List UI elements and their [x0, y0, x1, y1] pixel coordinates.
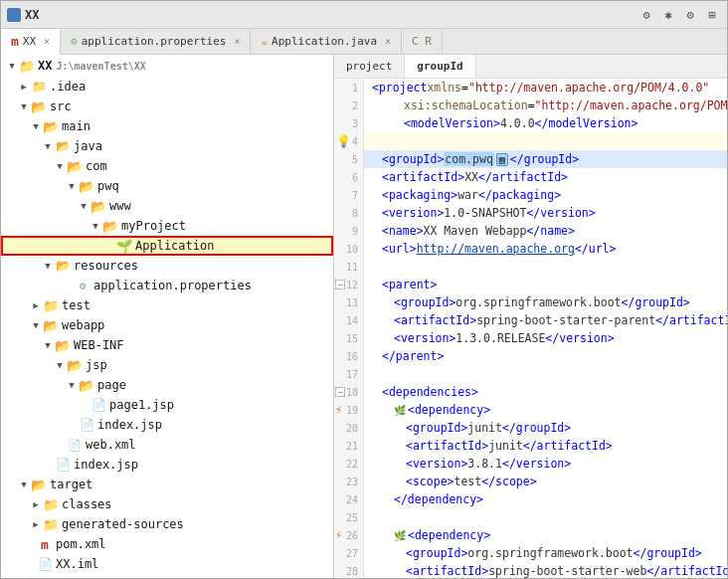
- tree-item-pomxml[interactable]: m pom.xml: [1, 534, 333, 554]
- tab-appprops-close[interactable]: ×: [234, 36, 240, 47]
- resources-arrow: ▼: [41, 261, 55, 271]
- content-10: <url>http://maven.apache.org</url>: [364, 240, 727, 258]
- tree-item-target[interactable]: ▼ 📂 target: [1, 475, 333, 494]
- indexjsp-label: index.jsp: [74, 458, 138, 472]
- main-content: ▼ 📁 XX J:\mavenTest\XX ▶ 📁 .idea ▼ 📂 src…: [1, 55, 727, 578]
- content-23: <scope>test</scope>: [364, 473, 727, 490]
- code-line-11: 11: [334, 258, 727, 276]
- star-icon[interactable]: ✱: [659, 6, 677, 24]
- idea-icon: 📁: [31, 80, 47, 94]
- java-label: java: [74, 139, 102, 153]
- java-arrow: ▼: [41, 141, 55, 151]
- classes-icon: 📁: [43, 497, 59, 512]
- tree-item-src[interactable]: ▼ 📂 src: [1, 96, 333, 116]
- content-18: <dependencies>: [364, 383, 727, 401]
- tree-item-pwq[interactable]: ▼ 📂 pwq: [1, 176, 333, 196]
- tree-item-idea[interactable]: ▶ 📁 .idea: [1, 77, 333, 96]
- tree-item-indexjsp[interactable]: 📄 index.jsp: [1, 455, 333, 475]
- tree-item-extlibs[interactable]: ▶ 📚 External Libraries: [1, 574, 333, 578]
- fold-marker-12[interactable]: −: [335, 280, 345, 290]
- tab-pom-close[interactable]: ×: [44, 36, 50, 47]
- code-line-24: 24 </dependency>: [334, 490, 727, 508]
- content-28: <artifactId>spring-boot-starter-web</art…: [364, 562, 727, 578]
- tree-item-java[interactable]: ▼ 📂 java: [1, 136, 333, 156]
- tree-item-test[interactable]: ▶ 📁 test: [1, 295, 333, 315]
- root-label: XX: [38, 59, 52, 73]
- pomxml-label: pom.xml: [56, 537, 106, 551]
- tab-appprops[interactable]: ⚙ application.properties ×: [61, 29, 251, 54]
- fold-marker-18[interactable]: −: [335, 387, 345, 397]
- gutter-24: 24: [334, 490, 364, 508]
- gutter-1: 1: [334, 79, 364, 96]
- tree-item-main[interactable]: ▼ 📂 main: [1, 116, 333, 136]
- code-line-21: 21 <artifactId>junit</artifactId>: [334, 437, 727, 455]
- xximl-label: XX.iml: [56, 557, 98, 571]
- tab-pom[interactable]: m XX ×: [1, 29, 61, 55]
- subtab-project[interactable]: project: [334, 55, 405, 78]
- tree-item-jsp[interactable]: ▼ 📂 jsp: [1, 355, 333, 375]
- subtab-project-label: project: [346, 60, 392, 73]
- tree-item-webapp[interactable]: ▼ 📂 webapp: [1, 315, 333, 335]
- tree-item-com[interactable]: ▼ 📂 com: [1, 156, 333, 176]
- code-line-9: 9 <name>XX Maven Webapp</name>: [334, 222, 727, 240]
- tab-other[interactable]: C R: [402, 29, 443, 54]
- tree-item-indexjsp2[interactable]: 📄 index.jsp: [1, 415, 333, 435]
- gutter-25: 25: [334, 508, 364, 526]
- tree-item-resources[interactable]: ▼ 📂 resources: [1, 256, 333, 276]
- gutter-26: ⚡ 26: [334, 526, 364, 544]
- code-line-2: 2 xsi:schemaLocation="http://maven.apach…: [334, 96, 727, 114]
- content-26: 🌿 <dependency>: [364, 526, 727, 544]
- tree-item-webinf[interactable]: ▼ 📂 WEB-INF: [1, 335, 333, 355]
- gutter-20: 20: [334, 419, 364, 437]
- tree-item-page1jsp[interactable]: 📄 page1.jsp: [1, 395, 333, 415]
- code-line-10: 10 <url>http://maven.apache.org</url>: [334, 240, 727, 258]
- main-arrow: ▼: [29, 121, 43, 131]
- pwq-arrow: ▼: [65, 181, 79, 191]
- content-27: <groupId>org.springframework.boot</group…: [364, 544, 727, 562]
- target-icon: 📂: [31, 478, 47, 492]
- right-panel: project groupId 1 <project xmlns="http:/…: [334, 55, 727, 578]
- settings-icon[interactable]: ⚙: [637, 6, 655, 24]
- tab-appjava[interactable]: ☕ Application.java ×: [251, 29, 402, 54]
- gutter-28: 28: [334, 562, 364, 578]
- com-icon: 📂: [67, 159, 83, 174]
- tree-item-application[interactable]: 🌱 Application: [1, 236, 333, 256]
- code-line-13: 13 <groupId>org.springframework.boot</gr…: [334, 293, 727, 311]
- com-label: com: [86, 159, 107, 173]
- content-14: <artifactId>spring-boot-starter-parent</…: [364, 311, 727, 329]
- tab-appjava-close[interactable]: ×: [385, 36, 391, 47]
- indexjsp2-label: index.jsp: [97, 418, 162, 432]
- page-icon: 📂: [79, 378, 94, 393]
- tree-item-gensrc[interactable]: ▶ 📁 generated-sources: [1, 514, 333, 534]
- editor-subtabs: project groupId: [334, 55, 727, 79]
- tree-item-xximl[interactable]: 📄 XX.iml: [1, 554, 333, 574]
- content-1: <project xmlns="http://maven.apache.org/…: [364, 79, 727, 96]
- code-line-25: 25: [334, 508, 727, 526]
- gutter-7: 7: [334, 186, 364, 204]
- bulb-icon: 💡: [336, 134, 351, 148]
- content-15: <version>1.3.0.RELEASE</version>: [364, 329, 727, 347]
- project-icon: [7, 8, 21, 22]
- jsp-icon: 📂: [67, 358, 83, 373]
- gutter-21: 21: [334, 437, 364, 455]
- target-label: target: [50, 478, 92, 491]
- grid-icon[interactable]: ⊞: [703, 6, 721, 24]
- pomxml-icon: m: [37, 537, 53, 552]
- pwq-icon: 📂: [79, 179, 94, 194]
- tree-root-row[interactable]: ▼ 📁 XX J:\mavenTest\XX: [1, 55, 333, 77]
- tree-item-myproject[interactable]: ▼ 📂 myProject: [1, 216, 333, 236]
- tree-item-appprops[interactable]: ⚙ application.properties: [1, 276, 333, 295]
- content-11: [364, 258, 727, 276]
- tree-item-webxml[interactable]: 📄 web.xml: [1, 435, 333, 455]
- test-label: test: [62, 298, 91, 312]
- tree-item-www[interactable]: ▼ 📂 www: [1, 196, 333, 216]
- code-line-16: 16 </parent>: [334, 347, 727, 365]
- subtab-groupid[interactable]: groupId: [405, 55, 475, 78]
- subtab-groupid-label: groupId: [417, 60, 462, 73]
- app-spring-icon: 🌱: [116, 239, 132, 254]
- gear-icon[interactable]: ⚙: [681, 6, 699, 24]
- content-4: [364, 132, 727, 150]
- root-path: J:\mavenTest\XX: [56, 61, 145, 72]
- tree-item-classes[interactable]: ▶ 📁 classes: [1, 494, 333, 514]
- tree-item-page[interactable]: ▼ 📂 page: [1, 375, 333, 395]
